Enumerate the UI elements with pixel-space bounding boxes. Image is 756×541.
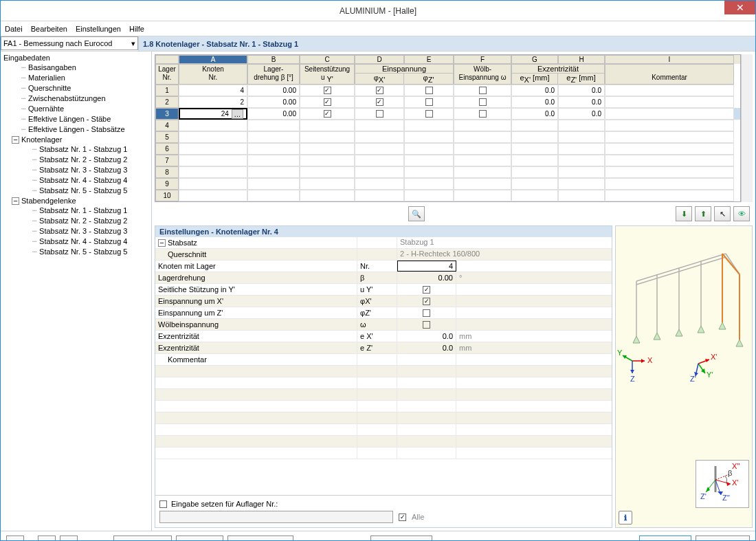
menu-einstellungen[interactable]: Einstellungen xyxy=(76,25,121,33)
tree-root[interactable]: Eingabedaten xyxy=(2,53,150,63)
grid-cell[interactable] xyxy=(355,155,404,166)
row-number[interactable]: 5 xyxy=(155,131,179,143)
grid-cell[interactable] xyxy=(404,166,454,178)
row-number[interactable]: 2 xyxy=(155,96,179,108)
grafik-button[interactable]: Grafik xyxy=(370,536,432,542)
grid-cell[interactable] xyxy=(454,108,511,120)
tree-querschnitte[interactable]: ┈ Querschnitte xyxy=(2,83,150,93)
grid-cell[interactable] xyxy=(511,190,558,201)
col-letter-f[interactable]: F xyxy=(454,55,511,64)
tree-stabend-2[interactable]: ┈ Stabsatz Nr. 2 - Stabzug 2 xyxy=(2,216,150,226)
table-row[interactable]: 140.00✓✓0.00.0 xyxy=(155,85,740,96)
grid-cell[interactable] xyxy=(247,166,300,178)
tree-knoten-3[interactable]: ┈ Stabsatz Nr. 3 - Stabzug 3 xyxy=(2,165,150,175)
help-button[interactable]: ? xyxy=(6,536,24,542)
grid-cell[interactable] xyxy=(605,131,734,143)
col-letter-d[interactable]: D xyxy=(355,55,404,64)
detail-row[interactable]: Wölbeinspannungω xyxy=(155,319,612,331)
checkbox-icon[interactable] xyxy=(425,87,433,94)
grid-cell[interactable] xyxy=(558,166,605,178)
col-letter-i[interactable]: I xyxy=(605,55,734,64)
grid-cell[interactable] xyxy=(558,178,605,190)
excel-export-button[interactable]: ⬇ xyxy=(676,206,692,221)
detail-value[interactable]: 0.0 xyxy=(397,331,456,342)
grid-cell[interactable] xyxy=(247,143,300,155)
grid-cell[interactable] xyxy=(355,120,404,131)
checkbox-icon[interactable]: ✓ xyxy=(376,87,383,94)
grid-cell[interactable]: 0.00 xyxy=(247,96,300,108)
grid-cell[interactable] xyxy=(179,178,247,190)
detail-row[interactable]: Seitliche Stützung in Y'u Y'✓ xyxy=(155,284,612,296)
grid-cell[interactable] xyxy=(179,155,247,166)
detail-grid[interactable]: − StabsatzStabzug 1Querschnitt2 - H-Rech… xyxy=(155,237,612,495)
checkbox-icon[interactable] xyxy=(479,110,487,118)
row-number[interactable]: 9 xyxy=(155,178,179,190)
nat-anhang-button[interactable]: Nat. Anhang... xyxy=(227,536,293,542)
col-letter-b[interactable]: B xyxy=(247,55,300,64)
tree-stabend-4[interactable]: ┈ Stabsatz Nr. 4 - Stabzug 4 xyxy=(2,236,150,247)
grid-cell[interactable]: ✓ xyxy=(300,108,355,120)
grid-cell[interactable] xyxy=(404,178,454,190)
checkbox-icon[interactable] xyxy=(479,87,487,94)
grid-cell[interactable] xyxy=(404,143,454,155)
detail-value[interactable] xyxy=(397,307,456,318)
details-button[interactable]: Details... xyxy=(176,536,223,542)
grid-cell[interactable] xyxy=(404,120,454,131)
grid-cell[interactable] xyxy=(404,96,454,108)
grid-cell[interactable]: 0.00 xyxy=(247,85,300,96)
set-input-checkbox[interactable] xyxy=(159,500,167,508)
table-row[interactable]: 9 xyxy=(155,178,740,190)
row-number[interactable]: 10 xyxy=(155,190,179,201)
detail-value[interactable]: 0.00 xyxy=(397,272,456,283)
grid-cell[interactable] xyxy=(605,178,734,190)
prev-button[interactable]: ◀ xyxy=(38,536,56,542)
grid-cell[interactable] xyxy=(454,155,511,166)
grid-cell[interactable] xyxy=(355,166,404,178)
info-button[interactable]: ℹ xyxy=(619,511,632,525)
nav-tree[interactable]: Eingabedaten ┈ Basisangaben ┈ Materialie… xyxy=(1,52,152,531)
checkbox-icon[interactable]: ✓ xyxy=(423,286,430,294)
next-button[interactable]: ▶ xyxy=(60,536,78,542)
col-letter-a[interactable]: A xyxy=(179,55,247,64)
checkbox-icon[interactable] xyxy=(423,309,430,317)
grid-cell[interactable] xyxy=(454,166,511,178)
checkbox-icon[interactable] xyxy=(376,110,383,118)
grid-cell[interactable] xyxy=(300,143,355,155)
grid-cell[interactable] xyxy=(558,143,605,155)
alle-checkbox[interactable]: ✓ xyxy=(399,514,406,521)
abbrechen-button[interactable]: Abbrechen xyxy=(696,536,750,542)
detail-row[interactable]: Einspannung um X'φX'✓ xyxy=(155,296,612,307)
col-letter-h[interactable]: H xyxy=(558,55,605,64)
detail-row[interactable]: Knoten mit LagerNr.4 xyxy=(155,261,612,272)
collapse-icon[interactable]: − xyxy=(12,136,19,144)
row-number[interactable]: 3 xyxy=(155,108,179,120)
checkbox-icon[interactable] xyxy=(425,110,433,118)
grid-cell[interactable] xyxy=(454,190,511,201)
table-row[interactable]: 4 xyxy=(155,120,740,131)
tree-knoten-1[interactable]: ┈ Stabsatz Nr. 1 - Stabzug 1 xyxy=(2,144,150,155)
berechnung-button[interactable]: Berechnung xyxy=(113,536,172,542)
tree-knotenlager[interactable]: −Knotenlager xyxy=(2,135,150,144)
grid-cell[interactable] xyxy=(454,131,511,143)
ok-button[interactable]: OK xyxy=(639,536,691,542)
grid-cell[interactable] xyxy=(355,143,404,155)
detail-row[interactable]: Einspannung um Z'φZ' xyxy=(155,307,612,319)
grid-cell[interactable] xyxy=(404,108,454,120)
grid-cell[interactable] xyxy=(300,120,355,131)
checkbox-icon[interactable]: ✓ xyxy=(423,298,430,305)
checkbox-icon[interactable]: ✓ xyxy=(324,98,331,106)
collapse-icon[interactable]: − xyxy=(12,197,19,205)
table-row[interactable]: 220.00✓✓0.00.0 xyxy=(155,96,740,108)
checkbox-icon[interactable]: ✓ xyxy=(376,98,383,106)
grid-cell[interactable] xyxy=(454,120,511,131)
detail-value[interactable]: ✓ xyxy=(397,284,456,295)
filter-button[interactable]: 🔍 xyxy=(408,206,425,221)
grid-cell[interactable] xyxy=(605,190,734,201)
checkbox-icon[interactable]: ✓ xyxy=(324,87,331,94)
tree-knoten-2[interactable]: ┈ Stabsatz Nr. 2 - Stabzug 2 xyxy=(2,155,150,165)
grid-cell[interactable]: 0.0 xyxy=(511,108,558,120)
grid-cell[interactable]: ✓ xyxy=(300,96,355,108)
preview-panel[interactable]: X Y Z X' Y' Z' xyxy=(615,225,753,528)
grid-cell[interactable]: 0.0 xyxy=(558,85,605,96)
grid-cell[interactable] xyxy=(511,155,558,166)
